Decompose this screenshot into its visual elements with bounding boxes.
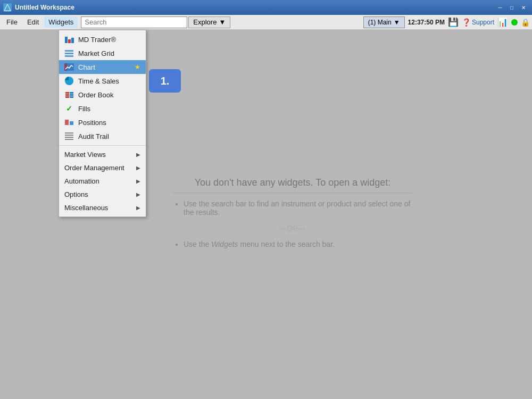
positions-label: Positions	[78, 119, 106, 127]
menu-bar: File Edit Widgets Explore ▼ (1) Main ▼ 1…	[0, 15, 532, 30]
audit-trail-icon	[64, 132, 74, 140]
svg-rect-4	[65, 120, 69, 125]
submenu-arrow-icon: ▶	[136, 192, 140, 197]
audit-trail-label: Audit Trail	[78, 132, 109, 140]
step-badge: 1.	[149, 69, 181, 93]
hint-search: Use the search bar to find an instrument…	[184, 200, 412, 217]
time-sales-label: Time & Sales	[78, 77, 119, 85]
minimize-button[interactable]: ─	[495, 3, 505, 12]
no-widgets-title: You don't have any widgets. To open a wi…	[173, 177, 412, 193]
connection-status-indicator	[511, 19, 518, 26]
order-book-icon	[64, 90, 74, 99]
menu-item-edit[interactable]: Edit	[23, 16, 43, 28]
window-title: Untitled Workspace	[15, 4, 74, 11]
market-views-label: Market Views	[64, 151, 106, 159]
menu-item-market-views[interactable]: Market Views ▶	[59, 148, 146, 161]
support-link[interactable]: ❓ Support	[462, 18, 494, 27]
chart-label: Chart	[78, 63, 95, 71]
menu-item-md-trader[interactable]: MD Trader®	[59, 32, 146, 46]
menu-item-widgets[interactable]: Widgets	[44, 16, 78, 28]
menu-separator	[59, 145, 146, 146]
help-icon: ❓	[462, 18, 471, 27]
window-controls: ─ □ ✕	[495, 3, 529, 12]
close-button[interactable]: ✕	[518, 3, 529, 12]
time-display: 12:37:50 PM	[408, 19, 445, 26]
order-management-label: Order Management	[64, 164, 124, 172]
lock-icon: 🔒	[521, 18, 530, 27]
submenu-arrow-icon: ▶	[136, 205, 140, 211]
save-icon: 💾	[448, 17, 459, 27]
menu-item-options[interactable]: Options ▶	[59, 188, 146, 201]
menu-item-audit-trail[interactable]: Audit Trail	[59, 129, 146, 143]
app-icon	[3, 3, 12, 12]
menu-item-positions[interactable]: Positions	[59, 115, 146, 129]
search-input[interactable]	[81, 16, 187, 28]
menu-item-order-book[interactable]: Order Book	[59, 88, 146, 102]
or-divider: —OR—	[173, 224, 412, 232]
svg-rect-5	[70, 121, 73, 125]
right-controls: (1) Main ▼ 12:37:50 PM 💾 ❓ Support 📊 🔒	[363, 16, 530, 28]
market-grid-icon	[64, 49, 74, 57]
chart-icon	[64, 63, 74, 71]
md-trader-label: MD Trader®	[78, 36, 116, 44]
widgets-dropdown-menu: MD Trader® Market Grid Chart ★	[59, 30, 146, 217]
menu-item-miscellaneous[interactable]: Miscellaneous ▶	[59, 201, 146, 214]
menu-item-automation[interactable]: Automation ▶	[59, 174, 146, 188]
title-bar-left: Untitled Workspace	[3, 3, 74, 12]
support-label: Support	[472, 19, 494, 26]
order-book-label: Order Book	[78, 91, 113, 99]
automation-label: Automation	[64, 177, 99, 185]
workspace-dropdown-icon: ▼	[394, 19, 400, 26]
menu-item-fills[interactable]: ✓ Fills	[59, 102, 146, 115]
explore-button[interactable]: Explore ▼	[188, 16, 230, 28]
menu-item-file[interactable]: File	[2, 16, 22, 28]
menu-item-market-grid[interactable]: Market Grid	[59, 46, 146, 60]
menu-item-order-management[interactable]: Order Management ▶	[59, 161, 146, 174]
fills-icon: ✓	[64, 104, 74, 113]
options-label: Options	[64, 190, 88, 198]
step-badge-label: 1.	[161, 75, 170, 87]
time-sales-icon	[64, 77, 74, 85]
submenu-arrow-icon: ▶	[136, 152, 140, 157]
title-bar: Untitled Workspace ─ □ ✕	[0, 0, 532, 15]
svg-marker-0	[4, 4, 11, 11]
explore-label: Explore	[193, 18, 217, 26]
miscellaneous-label: Miscellaneous	[64, 204, 108, 212]
fills-label: Fills	[78, 105, 90, 113]
workspace-selector[interactable]: (1) Main ▼	[363, 16, 405, 28]
market-grid-label: Market Grid	[78, 49, 114, 57]
no-widgets-message: You don't have any widgets. To open a wi…	[173, 177, 412, 252]
explore-dropdown-icon: ▼	[219, 18, 226, 26]
menu-item-time-sales[interactable]: Time & Sales	[59, 74, 146, 88]
chart-star-icon: ★	[135, 63, 140, 71]
excel-icon: 📊	[497, 17, 508, 27]
menu-item-chart[interactable]: Chart ★	[59, 60, 146, 74]
positions-icon	[64, 118, 74, 127]
submenu-arrow-icon: ▶	[136, 178, 140, 184]
submenu-arrow-icon: ▶	[136, 165, 140, 171]
hint-widgets: Use the Widgets menu next to the search …	[184, 240, 412, 248]
svg-rect-2	[64, 63, 67, 71]
workspace-label: (1) Main	[368, 19, 392, 26]
restore-button[interactable]: □	[506, 3, 517, 12]
md-trader-icon	[64, 35, 74, 44]
